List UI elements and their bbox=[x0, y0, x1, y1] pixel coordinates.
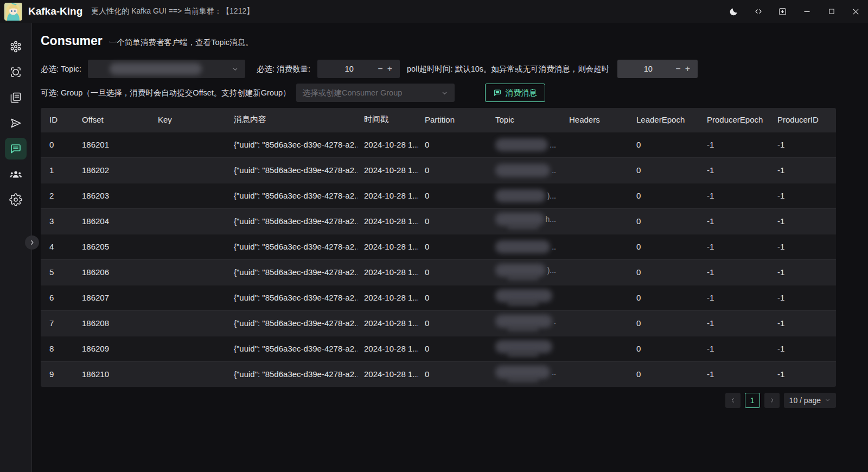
table-row[interactable]: 4186205{"uuid": "85d6a3ec-d39e-4278-a2..… bbox=[41, 234, 836, 259]
download-icon[interactable] bbox=[770, 0, 795, 23]
cell-partition: 0 bbox=[418, 234, 489, 259]
cell-producer-epoch: -1 bbox=[700, 132, 771, 157]
topic-redacted-value bbox=[495, 138, 548, 151]
next-page-button[interactable] bbox=[764, 393, 780, 408]
cell-producer-id: -1 bbox=[771, 310, 836, 336]
table-row[interactable]: 7186208{"uuid": "85d6a3ec-d39e-4278-a2..… bbox=[41, 310, 836, 336]
prev-page-button[interactable] bbox=[725, 393, 741, 408]
page-size-select[interactable]: 10 / page bbox=[784, 393, 836, 408]
cell-offset: 186204 bbox=[75, 208, 151, 234]
close-icon[interactable] bbox=[844, 0, 868, 23]
cell-headers bbox=[563, 336, 630, 361]
cell-partition: 0 bbox=[418, 157, 489, 183]
group-icon bbox=[9, 168, 23, 181]
chat-icon bbox=[9, 142, 22, 155]
cell-topic bbox=[489, 285, 563, 310]
topic-redacted-value-line2 bbox=[507, 326, 539, 331]
table-row[interactable]: 1186202{"uuid": "85d6a3ec-d39e-4278-a2..… bbox=[41, 157, 836, 183]
cell-topic: h... bbox=[489, 208, 563, 234]
app-title: Kafka-King bbox=[28, 5, 82, 17]
topic-redacted-value-line2 bbox=[507, 275, 539, 280]
column-header: Key bbox=[151, 108, 227, 132]
sidebar-expand-button[interactable] bbox=[25, 235, 39, 250]
minimize-icon[interactable] bbox=[795, 0, 819, 23]
page-title: Consumer bbox=[41, 34, 103, 48]
cell-producer-epoch: -1 bbox=[700, 361, 771, 387]
count-input[interactable]: 10 − + bbox=[317, 60, 400, 78]
cell-timestamp: 2024-10-28 1... bbox=[358, 361, 418, 387]
minus-button[interactable]: − bbox=[673, 65, 682, 73]
moon-icon[interactable] bbox=[722, 0, 746, 23]
sidebar-item-topics[interactable] bbox=[5, 87, 27, 109]
topics-icon bbox=[9, 91, 22, 104]
sidebar-item-monitor[interactable] bbox=[5, 61, 27, 83]
topic-redacted-value bbox=[495, 240, 550, 253]
column-header: Topic bbox=[489, 108, 563, 132]
cell-partition: 0 bbox=[418, 361, 489, 387]
table-row[interactable]: 2186203{"uuid": "85d6a3ec-d39e-4278-a2..… bbox=[41, 183, 836, 208]
topic-select-redacted-value bbox=[110, 63, 202, 75]
cell-message: {"uuid": "85d6a3ec-d39e-4278-a2... bbox=[227, 259, 358, 285]
cell-leader-epoch: 0 bbox=[630, 361, 700, 387]
current-page-button[interactable]: 1 bbox=[745, 393, 760, 408]
window-controls bbox=[722, 0, 868, 23]
cell-producer-epoch: -1 bbox=[700, 285, 771, 310]
plus-button[interactable]: + bbox=[683, 65, 692, 73]
cell-leader-epoch: 0 bbox=[630, 132, 700, 157]
table-row[interactable]: 5186206{"uuid": "85d6a3ec-d39e-4278-a2..… bbox=[41, 259, 836, 285]
sidebar-item-cluster[interactable] bbox=[5, 36, 27, 58]
plus-button[interactable]: + bbox=[385, 65, 394, 73]
cell-id: 4 bbox=[41, 234, 75, 259]
cell-key bbox=[151, 310, 227, 336]
cell-timestamp: 2024-10-28 1... bbox=[358, 336, 418, 361]
consume-button-label: 消费消息 bbox=[506, 88, 537, 98]
column-header: ProducerID bbox=[771, 108, 836, 132]
cell-topic: ... bbox=[489, 132, 563, 157]
cell-leader-epoch: 0 bbox=[630, 208, 700, 234]
table-row[interactable]: 6186207{"uuid": "85d6a3ec-d39e-4278-a2..… bbox=[41, 285, 836, 310]
column-header: Offset bbox=[75, 108, 151, 132]
cell-headers bbox=[563, 208, 630, 234]
cell-id: 8 bbox=[41, 336, 75, 361]
cell-key bbox=[151, 285, 227, 310]
table-row[interactable]: 8186209{"uuid": "85d6a3ec-d39e-4278-a2..… bbox=[41, 336, 836, 361]
chevron-left-icon bbox=[730, 397, 736, 404]
group-select[interactable]: 选择或创建Consumer Group bbox=[296, 84, 455, 102]
cell-producer-id: -1 bbox=[771, 259, 836, 285]
count-label: 必选: 消费数量: bbox=[257, 64, 310, 74]
cell-offset: 186206 bbox=[75, 259, 151, 285]
cell-timestamp: 2024-10-28 1... bbox=[358, 259, 418, 285]
table-row[interactable]: 3186204{"uuid": "85d6a3ec-d39e-4278-a2..… bbox=[41, 208, 836, 234]
group-label: 可选: Group（一旦选择，消费时会自动提交Offset。支持创建新Group… bbox=[41, 88, 291, 98]
cell-key bbox=[151, 234, 227, 259]
cell-headers bbox=[563, 132, 630, 157]
column-header: Partition bbox=[418, 108, 489, 132]
table-row[interactable]: 9186210{"uuid": "85d6a3ec-d39e-4278-a2..… bbox=[41, 361, 836, 387]
maximize-icon[interactable] bbox=[819, 0, 844, 23]
topic-suffix: .. bbox=[552, 166, 556, 175]
cell-topic: .. bbox=[489, 234, 563, 259]
sidebar-item-groups[interactable] bbox=[5, 163, 27, 185]
cell-topic: . bbox=[489, 310, 563, 336]
consume-button[interactable]: 消费消息 bbox=[485, 84, 545, 102]
topic-redacted-value-line2 bbox=[507, 377, 539, 382]
cell-producer-epoch: -1 bbox=[700, 336, 771, 361]
cell-producer-epoch: -1 bbox=[700, 259, 771, 285]
minus-button[interactable]: − bbox=[375, 65, 385, 73]
table-row[interactable]: 0186201{"uuid": "85d6a3ec-d39e-4278-a2..… bbox=[41, 132, 836, 157]
sidebar-item-consumer[interactable] bbox=[5, 138, 27, 160]
sidebar-item-producer[interactable] bbox=[5, 112, 27, 134]
cell-message: {"uuid": "85d6a3ec-d39e-4278-a2... bbox=[227, 285, 358, 310]
cell-timestamp: 2024-10-28 1... bbox=[358, 285, 418, 310]
sidebar-item-settings[interactable] bbox=[5, 189, 27, 211]
gear-icon bbox=[9, 193, 22, 206]
chevron-down-icon bbox=[232, 66, 239, 73]
topic-select[interactable] bbox=[88, 60, 245, 78]
chevron-right-icon bbox=[29, 239, 35, 246]
topic-label: 必选: Topic: bbox=[41, 64, 81, 74]
code-icon[interactable] bbox=[746, 0, 770, 23]
poll-timeout-input[interactable]: 10 − + bbox=[617, 60, 698, 78]
column-header: Headers bbox=[563, 108, 630, 132]
cell-id: 7 bbox=[41, 310, 75, 336]
cell-key bbox=[151, 259, 227, 285]
